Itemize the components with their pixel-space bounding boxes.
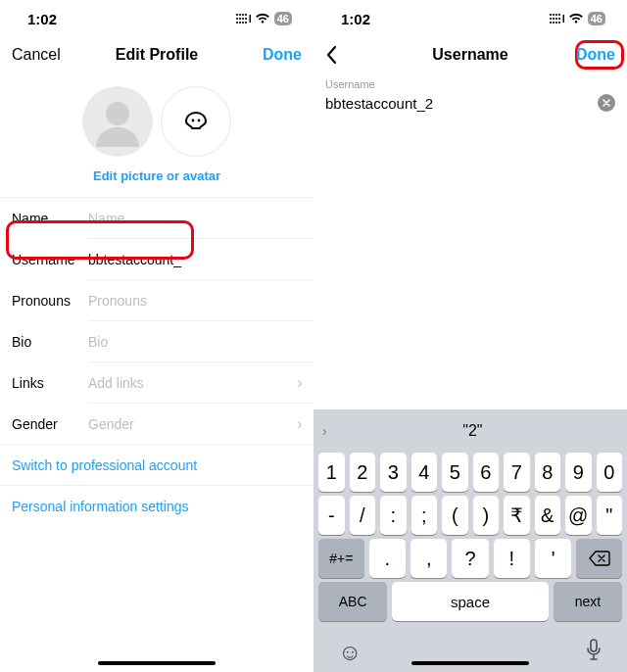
- pronouns-label: Pronouns: [12, 293, 88, 309]
- wifi-icon: [568, 13, 584, 24]
- key-0[interactable]: 0: [597, 453, 623, 492]
- svg-point-7: [245, 18, 247, 20]
- abc-key[interactable]: ABC: [318, 582, 387, 621]
- cellular-icon: [235, 13, 251, 24]
- key-,[interactable]: ,: [410, 539, 447, 578]
- svg-point-26: [555, 22, 557, 24]
- key-([interactable]: (: [442, 496, 468, 535]
- svg-point-16: [550, 14, 552, 16]
- key-6[interactable]: 6: [473, 453, 500, 492]
- switch-professional-link[interactable]: Switch to professional account: [0, 445, 314, 486]
- edit-picture-link[interactable]: Edit picture or avatar: [0, 163, 314, 197]
- chevron-right-icon: ›: [286, 374, 314, 392]
- back-button[interactable]: [325, 45, 339, 65]
- key-;[interactable]: ;: [411, 496, 438, 535]
- svg-point-17: [553, 14, 555, 16]
- key-#+=[interactable]: #+=: [318, 539, 364, 578]
- clear-text-button[interactable]: [598, 94, 615, 112]
- key-@[interactable]: @: [565, 496, 592, 535]
- status-icons: 46: [235, 12, 292, 25]
- username-value: bbtestaccount_: [88, 252, 314, 267]
- key-5[interactable]: 5: [442, 453, 468, 492]
- key-![interactable]: !: [494, 539, 530, 578]
- home-indicator[interactable]: [98, 661, 216, 665]
- suggestion-bar[interactable]: › "2": [316, 413, 624, 449]
- keyboard-row-3: #+=.,?!': [318, 539, 622, 578]
- key-4[interactable]: 4: [411, 453, 438, 492]
- links-value: Add links: [88, 375, 286, 391]
- svg-point-3: [245, 14, 247, 16]
- key-2[interactable]: 2: [350, 453, 376, 492]
- key--[interactable]: -: [318, 496, 345, 535]
- key-.[interactable]: .: [369, 539, 406, 578]
- status-time: 1:02: [341, 11, 370, 27]
- status-bar: 1:02 46: [314, 0, 627, 37]
- key-/[interactable]: /: [350, 496, 376, 535]
- username-small-label: Username: [325, 78, 615, 90]
- key-9[interactable]: 9: [565, 453, 592, 492]
- home-indicator[interactable]: [411, 661, 529, 665]
- key-&[interactable]: &: [535, 496, 561, 535]
- bio-row[interactable]: Bio Bio: [0, 321, 314, 362]
- key-'[interactable]: ': [535, 539, 571, 578]
- suggestion-text[interactable]: "2": [462, 422, 482, 440]
- mic-key[interactable]: [585, 639, 603, 666]
- avatar-button[interactable]: [161, 86, 231, 157]
- emoji-key[interactable]: ☺: [338, 639, 362, 666]
- svg-point-1: [239, 14, 241, 16]
- nav-bar: Cancel Edit Profile Done: [0, 37, 314, 72]
- pronouns-row[interactable]: Pronouns Pronouns: [0, 280, 314, 321]
- personal-info-link[interactable]: Personal information settings: [0, 486, 314, 527]
- keyboard-row-1: 1234567890: [318, 453, 622, 492]
- svg-point-10: [242, 22, 244, 24]
- svg-rect-12: [249, 15, 251, 23]
- svg-rect-29: [591, 640, 597, 651]
- svg-point-15: [198, 120, 201, 122]
- svg-point-8: [236, 22, 238, 24]
- svg-point-4: [236, 18, 238, 20]
- avatar-row: [0, 86, 314, 157]
- key-?[interactable]: ?: [452, 539, 488, 578]
- bio-label: Bio: [12, 334, 88, 350]
- svg-point-5: [239, 18, 241, 20]
- cancel-button[interactable]: Cancel: [12, 46, 61, 64]
- key-3[interactable]: 3: [380, 453, 407, 492]
- status-time: 1:02: [27, 11, 57, 27]
- svg-point-18: [555, 14, 557, 16]
- key-8[interactable]: 8: [535, 453, 561, 492]
- space-key[interactable]: space: [392, 582, 549, 621]
- status-bar: 1:02 46: [0, 0, 314, 37]
- username-field-area: Username: [314, 72, 627, 120]
- key-"[interactable]: ": [597, 496, 623, 535]
- key-)[interactable]: ): [473, 496, 500, 535]
- svg-point-11: [245, 22, 247, 24]
- done-button[interactable]: Done: [263, 46, 302, 64]
- profile-picture[interactable]: [82, 86, 153, 157]
- chevron-right-icon: ›: [322, 423, 327, 439]
- svg-point-6: [242, 18, 244, 20]
- key-:[interactable]: :: [380, 496, 407, 535]
- key-₹[interactable]: ₹: [504, 496, 530, 535]
- cellular-icon: [549, 13, 564, 24]
- name-row[interactable]: Name Name: [0, 198, 314, 239]
- svg-point-24: [550, 22, 552, 24]
- gender-label: Gender: [12, 416, 88, 432]
- username-row[interactable]: Username bbtestaccount_: [0, 239, 314, 280]
- delete-key[interactable]: [576, 539, 622, 578]
- battery-badge: 46: [274, 12, 292, 25]
- key-1[interactable]: 1: [318, 453, 345, 492]
- svg-point-20: [550, 18, 552, 20]
- bio-value: Bio: [88, 334, 314, 350]
- username-input[interactable]: [325, 95, 590, 112]
- gender-row[interactable]: Gender Gender ›: [0, 404, 314, 445]
- status-icons: 46: [549, 12, 605, 25]
- done-button[interactable]: Done: [576, 46, 615, 64]
- svg-point-25: [553, 22, 555, 24]
- svg-point-21: [553, 18, 555, 20]
- key-7[interactable]: 7: [504, 453, 530, 492]
- keyboard-row-4: ABC space next: [318, 582, 622, 621]
- next-key[interactable]: next: [554, 582, 622, 621]
- nav-bar: Username Done: [314, 37, 627, 72]
- links-row[interactable]: Links Add links ›: [0, 362, 314, 404]
- edit-profile-screen: 1:02 46 Cancel Edit Profile Done Edit pi…: [0, 0, 314, 672]
